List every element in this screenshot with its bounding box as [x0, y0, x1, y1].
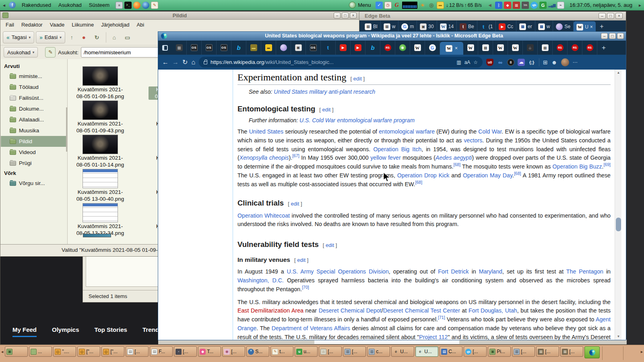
tab-favicon-twitter[interactable]: t [321, 41, 336, 55]
close-button[interactable]: × [350, 12, 357, 19]
menu-go[interactable]: Liikumine [68, 22, 97, 28]
back-button[interactable]: ← [162, 59, 169, 66]
task-button-edge-active[interactable]: e U... [415, 346, 438, 357]
vertical-tabs-button[interactable] [158, 41, 172, 55]
reference-link[interactable]: [70] [302, 285, 309, 290]
wiki-link[interactable]: Xenopsylla cheopis [239, 154, 289, 161]
stop-button[interactable]: ● [78, 31, 89, 43]
bg-tab[interactable]: ▣ 30 [417, 21, 437, 33]
wiki-link[interactable]: Fort Detrick [438, 268, 469, 275]
wiki-link[interactable]: Project 112 [419, 334, 448, 340]
news-tab-my-feed[interactable]: My Feed [12, 326, 37, 337]
redshift-icon[interactable]: ☀ [419, 2, 426, 9]
scrollbar[interactable]: ▲ ▼ [615, 70, 621, 340]
tab-favicon-green[interactable]: ◉ [395, 41, 410, 55]
wiki-link[interactable]: entomological warfare [379, 128, 435, 135]
wiki-link[interactable]: Maryland [479, 268, 502, 275]
task-button-qbittorrent[interactable]: qb [... [464, 346, 487, 357]
sidebar-scrollbar[interactable] [66, 107, 67, 152]
menu-view[interactable]: Vaade [46, 22, 68, 28]
collections-icon[interactable]: ⊞ [543, 59, 548, 66]
wiki-link[interactable]: Operation Big Buzz [553, 163, 602, 170]
bg-tab[interactable]: ▤ w [381, 21, 399, 33]
clipboard-clock-icon[interactable]: ◷ [384, 2, 392, 9]
file-item[interactable]: Kuvatõmmis 2021-08-05 13-32-34.png [70, 203, 130, 237]
reload-button[interactable]: ↻ [182, 58, 188, 66]
home-button[interactable]: ⌂ [191, 59, 195, 66]
volume-icon[interactable]: ◄ [486, 2, 493, 9]
task-button-home[interactable]: ⌂ [... [319, 346, 342, 357]
tab-favicon-os[interactable]: OS [202, 41, 217, 55]
sidebar-item-network[interactable]: Võrgu sir... [1, 178, 67, 189]
task-button-folder[interactable]: ... [29, 346, 52, 357]
maximize-button[interactable]: □ [607, 13, 614, 19]
taskbar-scroll-right-icon[interactable]: ▸ [640, 346, 643, 357]
link-extension-icon[interactable]: ∞ [497, 59, 504, 66]
task-button-document[interactable]: ▤ F... [150, 346, 173, 357]
address-bar[interactable]: https://en.wikipedia.org/wiki/United_Sta… [199, 57, 483, 68]
edge-launcher-button[interactable] [584, 346, 600, 358]
edit-location-toggle[interactable]: ✎ [45, 47, 56, 58]
wiki-link[interactable]: yellow fever [370, 154, 401, 161]
check-applet-icon[interactable]: ✓ [376, 2, 383, 9]
tab-favicon-bing[interactable]: b [231, 41, 246, 55]
new-tab-button[interactable]: + [596, 21, 608, 33]
bg-tab[interactable]: ● Se [553, 21, 574, 33]
tab-favicon-os[interactable]: OS [217, 41, 231, 55]
firefox-icon[interactable]: ● [133, 2, 140, 9]
tab-favicon-wikipedia[interactable]: W [410, 41, 425, 55]
menu-bookmarks[interactable]: Järjehoidjad [97, 22, 133, 28]
wiki-link[interactable]: U.S. Army Special Operations Division [287, 268, 389, 275]
wiki-link[interactable]: The Pentagon [566, 268, 603, 275]
wiki-link[interactable]: Operation Whitecoat [237, 212, 290, 219]
wiki-link[interactable]: Deseret Chemical Test Center [383, 307, 460, 314]
task-button[interactable]: ◆ T... [198, 346, 221, 357]
home-button[interactable]: ⌂ [109, 31, 120, 43]
browser-titlebar[interactable]: United States biological weapons program… [158, 32, 626, 41]
terminal-icon[interactable]: >_ [124, 2, 132, 9]
url-text[interactable]: https://en.wikipedia.org/wiki/United_Sta… [211, 59, 453, 65]
wiki-link[interactable]: Fort Douglas, Utah [469, 307, 517, 314]
wiki-link[interactable]: Department of Veterans Affairs [272, 325, 350, 331]
task-button-archive[interactable]: ▥ [... [343, 346, 366, 357]
qbittorrent-icon[interactable]: qb [530, 2, 538, 9]
sidebar-item-downloads[interactable]: Allalaadi... [1, 114, 67, 125]
close-tab-icon[interactable]: × [455, 45, 458, 51]
clock[interactable]: 16:37:05, neljapäev, 5. aug [566, 2, 636, 8]
cloud-extension-icon[interactable]: ☁ [518, 59, 525, 66]
minimize-button[interactable]: – [599, 13, 606, 19]
active-tab-wikipedia[interactable]: W × [440, 42, 463, 55]
search-icon[interactable]: ◎ [428, 2, 435, 9]
task-button-archive[interactable]: ▥ [... [512, 346, 535, 357]
edit-link[interactable]: edit [297, 257, 305, 263]
file-item[interactable]: Kuvatõmmis 2021-08-05 01-09-16.png [70, 66, 130, 101]
maximize-button[interactable]: □ [342, 12, 349, 19]
wiki-link[interactable]: Deseret Chemical Depot [319, 307, 382, 314]
tab-favicon-google[interactable]: G [425, 41, 440, 55]
distro-logo-icon[interactable]: f [9, 2, 16, 8]
titlebar[interactable]: Pildid – □ × [0, 12, 359, 20]
bg-tab[interactable]: ▤ Bl [362, 21, 381, 33]
task-button-editor[interactable]: ✎ t... [270, 346, 293, 357]
bg-tab[interactable]: W 14 [437, 21, 457, 33]
script-extension-icon[interactable]: {;} [528, 59, 535, 66]
reference-link[interactable]: [68] [454, 162, 461, 167]
scroll-down-icon[interactable]: ▼ [615, 333, 622, 340]
favorite-star-icon[interactable]: ☆ [473, 60, 478, 65]
sidebar-item-pictures[interactable]: Pildid [1, 136, 67, 147]
taskbar-scroll-left-icon[interactable]: ◂ [1, 346, 4, 357]
bg-tab-active[interactable]: W U × [574, 21, 596, 33]
tab-favicon-wikipedia[interactable]: W [508, 41, 523, 55]
reload-button[interactable]: ↻ [91, 31, 103, 43]
sidebar-item-desktop[interactable]: Töölaud [1, 82, 67, 93]
profile-icon[interactable]: ☻ [551, 59, 557, 66]
computer-button[interactable]: ▭ [121, 31, 134, 43]
messenger-icon[interactable]: !m [522, 2, 529, 9]
task-button-document[interactable]: ▤ [... [126, 346, 149, 357]
chevron-down-icon[interactable]: ▾ [60, 35, 62, 39]
wiki-link[interactable]: Washington, D.C. [237, 277, 284, 284]
panel-scroll-left-icon[interactable]: ◂ [2, 2, 6, 8]
bg-tab[interactable]: ▤ w [535, 21, 553, 33]
tab-favicon-youtube[interactable]: ▶ [336, 41, 351, 55]
forward-button[interactable]: → [172, 59, 179, 66]
